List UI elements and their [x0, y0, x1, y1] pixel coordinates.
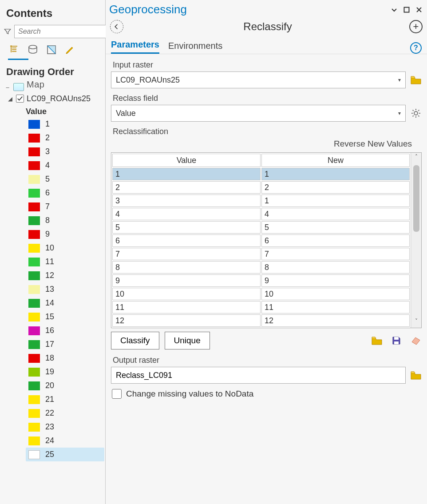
- list-by-source-icon[interactable]: [27, 44, 39, 56]
- table-row[interactable]: 11: [112, 168, 410, 180]
- layer-visibility-checkbox[interactable]: [16, 95, 24, 103]
- scroll-up-icon[interactable]: ˄: [415, 154, 418, 163]
- cell-value[interactable]: 2: [112, 181, 261, 194]
- cell-value[interactable]: 3: [112, 194, 261, 207]
- legend-item[interactable]: 15: [26, 310, 104, 324]
- table-row[interactable]: 88: [112, 261, 410, 274]
- add-to-model-button[interactable]: +: [409, 20, 423, 33]
- help-icon[interactable]: ?: [410, 42, 422, 54]
- legend-item[interactable]: 9: [26, 227, 104, 241]
- cell-new[interactable]: 4: [261, 208, 410, 220]
- cell-value[interactable]: 4: [112, 208, 261, 220]
- cell-new[interactable]: 1: [261, 168, 410, 180]
- table-row[interactable]: 1111: [112, 301, 410, 314]
- cell-new[interactable]: 5: [261, 221, 410, 234]
- legend-item[interactable]: 10: [26, 241, 104, 255]
- cell-new[interactable]: 9: [261, 274, 410, 287]
- legend-item[interactable]: 23: [26, 420, 104, 434]
- legend-item[interactable]: 6: [26, 186, 104, 200]
- expander-icon[interactable]: ◢: [7, 95, 13, 102]
- legend-item[interactable]: 20: [26, 379, 104, 393]
- table-row[interactable]: 22: [112, 181, 410, 194]
- table-scrollbar[interactable]: ˄ ˅: [411, 153, 421, 328]
- table-row[interactable]: 1212: [112, 314, 410, 327]
- classify-button[interactable]: Classify: [111, 332, 159, 349]
- cell-value[interactable]: 6: [112, 234, 261, 247]
- edit-pencil-icon[interactable]: [64, 44, 76, 56]
- list-by-drawing-order-icon[interactable]: [8, 44, 20, 56]
- reclass-field-combo[interactable]: Value ▾: [111, 105, 406, 122]
- legend-item[interactable]: 11: [26, 255, 104, 269]
- cell-new[interactable]: 11: [261, 301, 410, 314]
- table-row[interactable]: 44: [112, 208, 410, 220]
- table-row[interactable]: 77: [112, 248, 410, 260]
- cell-value[interactable]: 1: [112, 168, 261, 180]
- cell-new[interactable]: 12: [261, 314, 410, 327]
- legend-item[interactable]: 22: [26, 406, 104, 420]
- col-header-value[interactable]: Value: [112, 154, 261, 167]
- cell-new[interactable]: 2: [261, 181, 410, 194]
- dropdown-icon[interactable]: [390, 5, 399, 14]
- cell-value[interactable]: 11: [112, 301, 261, 314]
- cell-new[interactable]: 7: [261, 248, 410, 260]
- legend-item[interactable]: 18: [26, 351, 104, 365]
- delete-remap-icon[interactable]: [410, 335, 422, 346]
- scroll-thumb[interactable]: [413, 165, 419, 232]
- map-node[interactable]: – Map: [4, 81, 104, 93]
- cell-value[interactable]: 5: [112, 221, 261, 234]
- cell-value[interactable]: 9: [112, 274, 261, 287]
- expander-icon[interactable]: –: [4, 84, 11, 91]
- cell-new[interactable]: 6: [261, 234, 410, 247]
- legend-item[interactable]: 25: [26, 448, 104, 461]
- output-raster-input[interactable]: [111, 367, 406, 384]
- filter-icon[interactable]: [4, 28, 12, 36]
- table-row[interactable]: 66: [112, 234, 410, 247]
- legend-item[interactable]: 3: [26, 145, 104, 159]
- table-row[interactable]: 31: [112, 194, 410, 207]
- cell-value[interactable]: 7: [112, 248, 261, 260]
- browse-folder-icon[interactable]: [410, 369, 422, 381]
- reverse-new-values-link[interactable]: Reverse New Values: [111, 139, 412, 149]
- input-raster-combo[interactable]: LC09_ROAUns25 ▾: [111, 71, 406, 88]
- gear-icon[interactable]: [410, 107, 422, 119]
- legend-item[interactable]: 16: [26, 324, 104, 337]
- legend-item[interactable]: 14: [26, 296, 104, 310]
- cell-new[interactable]: 1: [261, 194, 410, 207]
- layer-node[interactable]: ◢ LC09_ROAUns25: [6, 93, 104, 104]
- legend-item[interactable]: 24: [26, 434, 104, 448]
- legend-item[interactable]: 21: [26, 393, 104, 406]
- col-header-new[interactable]: New: [261, 154, 410, 167]
- browse-folder-icon[interactable]: [410, 74, 422, 86]
- unique-button[interactable]: Unique: [165, 332, 210, 349]
- legend-item[interactable]: 17: [26, 337, 104, 351]
- legend-item[interactable]: 4: [26, 159, 104, 172]
- tab-parameters[interactable]: Parameters: [111, 37, 159, 54]
- close-icon[interactable]: [415, 5, 423, 14]
- save-remap-icon[interactable]: [391, 335, 402, 346]
- tab-environments[interactable]: Environments: [168, 38, 222, 54]
- cell-new[interactable]: 10: [261, 288, 410, 300]
- list-by-selection-icon[interactable]: [45, 44, 58, 56]
- reclass-table[interactable]: Value New 112231445566778899101011111212: [111, 153, 411, 328]
- legend-item[interactable]: 1: [26, 117, 104, 131]
- cell-value[interactable]: 10: [112, 288, 261, 300]
- legend-item[interactable]: 7: [26, 200, 104, 214]
- cell-value[interactable]: 8: [112, 261, 261, 274]
- load-remap-icon[interactable]: [371, 335, 383, 346]
- cell-value[interactable]: 12: [112, 314, 261, 327]
- table-row[interactable]: 99: [112, 274, 410, 287]
- legend-item[interactable]: 13: [26, 282, 104, 296]
- table-row[interactable]: 55: [112, 221, 410, 234]
- maximize-icon[interactable]: [402, 5, 411, 14]
- nodata-checkbox[interactable]: [112, 389, 122, 399]
- legend-item[interactable]: 19: [26, 365, 104, 379]
- legend-item[interactable]: 5: [26, 172, 104, 186]
- back-button[interactable]: [110, 20, 123, 33]
- scroll-down-icon[interactable]: ˅: [415, 318, 418, 327]
- contents-search-input[interactable]: [14, 25, 111, 38]
- legend-item[interactable]: 8: [26, 214, 104, 227]
- legend-item[interactable]: 12: [26, 269, 104, 282]
- legend-item[interactable]: 2: [26, 131, 104, 145]
- cell-new[interactable]: 8: [261, 261, 410, 274]
- table-row[interactable]: 1010: [112, 288, 410, 300]
